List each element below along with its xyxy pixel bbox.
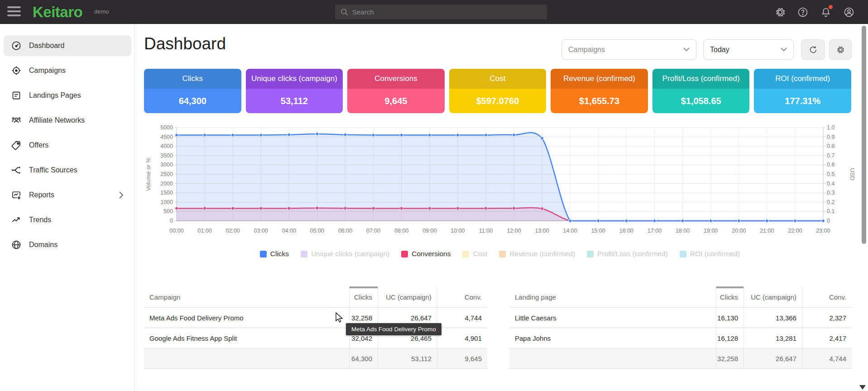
svg-text:17:00: 17:00 — [647, 228, 662, 234]
table-footer-row: 32,25826,6474,744 — [509, 348, 852, 368]
svg-text:3500: 3500 — [160, 153, 173, 159]
tag-icon — [11, 140, 22, 151]
table-row[interactable]: Papa Johns16,12813,2812,417 — [509, 328, 852, 348]
sidebar-item-campaigns[interactable]: Campaigns — [4, 60, 131, 81]
sidebar-item-label: Trends — [29, 216, 51, 224]
legend-item-revenue-confirmed[interactable]: Revenue (confirmed) — [499, 250, 575, 258]
date-range-select[interactable]: Today — [703, 39, 794, 60]
column-header-uc-campaign[interactable]: UC (campaign) — [743, 287, 802, 307]
svg-text:10:00: 10:00 — [451, 228, 465, 234]
stat-card-unique-clicks-campaign[interactable]: Unique clicks (campaign)53,112 — [246, 69, 343, 113]
settings-icon[interactable] — [774, 6, 786, 18]
legend-swatch — [462, 251, 469, 257]
legend-item-cost[interactable]: Cost — [462, 250, 487, 258]
legend-label: Clicks — [270, 250, 289, 258]
chevron-down-icon — [781, 48, 787, 52]
notifications-bell-icon[interactable] — [820, 6, 832, 18]
dashboard-settings-button[interactable] — [829, 39, 852, 60]
stat-card-roi-confirmed[interactable]: ROI (confirmed)177.31% — [754, 69, 851, 113]
date-range-value: Today — [710, 46, 729, 54]
card-value: 53,112 — [246, 89, 343, 113]
stat-card-profit-loss-confirmed[interactable]: Profit/Loss (confirmed)$1,058.65 — [652, 69, 750, 113]
sidebar-item-label: Campaigns — [29, 67, 66, 75]
svg-text:0.2: 0.2 — [827, 199, 834, 205]
refresh-button[interactable] — [801, 39, 825, 60]
menu-toggle-icon[interactable] — [7, 6, 22, 18]
column-header-clicks[interactable]: Clicks — [716, 287, 743, 307]
svg-text:1.0: 1.0 — [827, 124, 834, 131]
scroll-corner-icon — [859, 385, 866, 390]
row-name-cell: Meta Ads Food Delivery Promo — [144, 308, 349, 328]
row-name-cell: Papa Johns — [509, 328, 716, 348]
column-header-conv[interactable]: Conv. — [437, 287, 487, 307]
report-icon — [11, 190, 22, 200]
row-value-cell: 2,417 — [802, 328, 852, 348]
column-header-landing-page: Landing page — [509, 287, 716, 307]
card-label: ROI (confirmed) — [754, 69, 851, 89]
totals-blank-cell — [144, 348, 349, 369]
timeline-chart: 0500100015002000250030003500400045005000… — [144, 124, 856, 238]
gauge-icon — [11, 40, 22, 51]
stat-card-revenue-confirmed[interactable]: Revenue (confirmed)$1,655.73 — [551, 69, 648, 113]
search-input[interactable] — [352, 5, 542, 19]
sidebar-item-landings-pages[interactable]: Landings Pages — [4, 85, 131, 106]
keitaro-dashboard-app: Keitaro demo DashboardCampaignsLandings … — [0, 0, 868, 391]
legend-label: Profit/Loss (confirmed) — [597, 250, 668, 258]
card-value: 64,300 — [144, 89, 241, 113]
svg-text:0: 0 — [170, 218, 173, 224]
card-label: Unique clicks (campaign) — [246, 69, 343, 89]
legend-label: Conversions — [412, 250, 451, 258]
help-icon[interactable] — [797, 6, 809, 18]
svg-text:USD: USD — [849, 168, 856, 180]
svg-text:0.6: 0.6 — [827, 162, 834, 168]
table-row[interactable]: Little Caesars16,13013,3662,327 — [509, 307, 852, 328]
column-header-uc-campaign[interactable]: UC (campaign) — [378, 287, 437, 307]
stat-card-clicks[interactable]: Clicks64,300 — [144, 69, 241, 113]
legend-item-profit-loss-confirmed[interactable]: Profit/Loss (confirmed) — [587, 250, 668, 258]
column-header-conv[interactable]: Conv. — [802, 287, 852, 307]
sidebar-item-traffic-sources[interactable]: Traffic Sources — [4, 160, 131, 181]
svg-text:500: 500 — [163, 208, 173, 215]
notification-dot — [829, 5, 833, 9]
svg-text:14:00: 14:00 — [563, 228, 577, 234]
card-label: Conversions — [347, 69, 445, 89]
svg-text:03:00: 03:00 — [254, 228, 268, 234]
card-label: Clicks — [144, 69, 241, 89]
account-icon[interactable] — [843, 6, 855, 18]
row-value-cell: 16,130 — [716, 308, 743, 328]
svg-text:0.9: 0.9 — [827, 134, 834, 140]
column-header-clicks[interactable]: Clicks — [349, 287, 378, 307]
sidebar-item-trends[interactable]: Trends — [4, 210, 131, 230]
legend-swatch — [680, 251, 686, 257]
svg-text:02:00: 02:00 — [226, 228, 240, 234]
card-value: 177.31% — [754, 89, 851, 113]
sidebar-item-label: Offers — [29, 141, 48, 149]
svg-text:00:00: 00:00 — [169, 228, 183, 234]
svg-text:20:00: 20:00 — [732, 228, 746, 234]
sidebar-item-dashboard[interactable]: Dashboard — [4, 35, 131, 56]
sidebar-item-domains[interactable]: Domains — [4, 234, 131, 255]
legend-item-conversions[interactable]: Conversions — [401, 250, 451, 258]
totals-value-cell: 26,647 — [743, 348, 802, 369]
grouping-select[interactable]: Campaigns — [561, 39, 696, 60]
sidebar-item-offers[interactable]: Offers — [4, 135, 131, 156]
svg-text:18:00: 18:00 — [676, 228, 690, 234]
sort-indicator — [350, 286, 378, 288]
card-value: $1,655.73 — [551, 89, 648, 113]
sidebar-item-affiliate-networks[interactable]: Affiliate Networks — [4, 110, 131, 131]
legend-item-clicks[interactable]: Clicks — [260, 250, 289, 258]
stat-card-cost[interactable]: Cost$597.0760 — [449, 69, 547, 113]
row-value-cell: 2,327 — [802, 308, 852, 328]
stat-card-conversions[interactable]: Conversions9,645 — [347, 69, 445, 113]
row-value-cell: 13,281 — [743, 328, 802, 348]
svg-text:22:00: 22:00 — [788, 228, 802, 234]
globe-icon — [11, 239, 22, 250]
sidebar-item-label: Affiliate Networks — [29, 116, 85, 124]
stat-cards-row: Clicks64,300Unique clicks (campaign)53,1… — [144, 69, 851, 113]
svg-text:2000: 2000 — [160, 181, 173, 187]
legend-item-roi-confirmed[interactable]: ROI (confirmed) — [680, 250, 740, 258]
sidebar-item-reports[interactable]: Reports — [4, 185, 131, 205]
card-value: $1,058.65 — [652, 89, 750, 113]
legend-item-unique-clicks-campaign[interactable]: Unique clicks (campaign) — [301, 250, 389, 258]
vertical-scrollbar[interactable] — [862, 26, 866, 244]
